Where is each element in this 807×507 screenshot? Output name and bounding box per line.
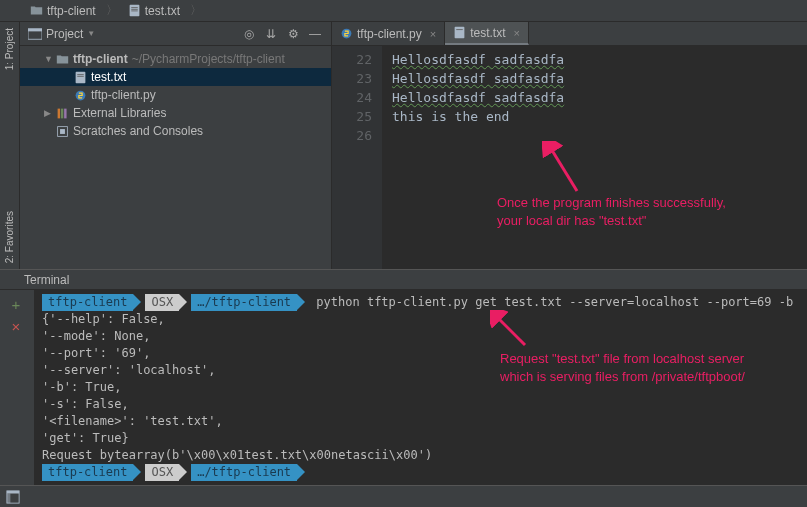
annotation-arrow-icon <box>490 310 530 350</box>
close-session-button[interactable]: × <box>8 318 24 334</box>
arrow-down-icon: ▼ <box>44 54 52 64</box>
tree-file-txt[interactable]: test.txt <box>20 68 331 86</box>
prompt-line: tftp-clientOSX…/tftp-client python tftp-… <box>42 294 799 311</box>
line-number: 23 <box>332 69 382 88</box>
tool-tab-project[interactable]: 1: Project <box>2 22 17 76</box>
terminal-annotation: Request "test.txt" file from localhost s… <box>500 350 760 385</box>
file-py-icon <box>340 27 353 40</box>
terminal-header[interactable]: Terminal <box>0 270 807 290</box>
tool-tab-favorites[interactable]: 2: Favorites <box>2 205 17 269</box>
editor-tabs: tftp-client.py × test.txt × <box>332 22 807 46</box>
code-line: Hellosdfasdf sadfasdfa <box>392 71 564 86</box>
svg-rect-8 <box>77 75 84 76</box>
editor-tab-txt[interactable]: test.txt × <box>445 22 529 45</box>
tree-scratch-label: Scratches and Consoles <box>73 124 203 138</box>
library-icon <box>56 107 69 120</box>
prompt-seg-path: …/tftp-client <box>191 464 297 481</box>
breadcrumb-file[interactable]: test.txt <box>122 2 186 20</box>
code-line: Hellosdfasdf sadfasdfa <box>392 90 564 105</box>
svg-rect-16 <box>455 27 465 38</box>
file-py-icon <box>74 89 87 102</box>
prompt-seg-project: tftp-client <box>42 294 133 311</box>
annotation-arrow-icon <box>542 141 582 196</box>
gear-icon[interactable]: ⚙ <box>285 26 301 42</box>
svg-rect-5 <box>28 28 42 31</box>
new-session-button[interactable]: + <box>8 296 24 312</box>
prompt-seg-project: tftp-client <box>42 464 133 481</box>
project-panel-label: Project <box>46 27 83 41</box>
project-panel-title[interactable]: Project ▼ <box>28 27 95 41</box>
svg-rect-21 <box>7 490 19 493</box>
svg-rect-2 <box>131 9 138 10</box>
line-number: 24 <box>332 88 382 107</box>
terminal-content[interactable]: tftp-clientOSX…/tftp-client python tftp-… <box>34 290 807 485</box>
svg-rect-11 <box>61 108 63 118</box>
tree-root-path: ~/PycharmProjects/tftp-client <box>132 52 285 66</box>
svg-rect-7 <box>77 74 84 75</box>
editor-panel: tftp-client.py × test.txt × 22 23 24 25 … <box>332 22 807 269</box>
editor-annotation: Once the program finishes successfully, … <box>497 194 747 229</box>
editor-tab-py-label: tftp-client.py <box>357 27 422 41</box>
close-icon[interactable]: × <box>513 27 519 39</box>
svg-rect-1 <box>131 7 138 8</box>
left-tool-gutter: 1: Project 2: Favorites <box>0 22 20 269</box>
svg-rect-22 <box>7 493 11 503</box>
hide-icon[interactable]: — <box>307 26 323 42</box>
svg-rect-17 <box>456 29 463 30</box>
breadcrumb-root-label: tftp-client <box>47 4 96 18</box>
chevron-down-icon: ▼ <box>87 29 95 38</box>
svg-rect-14 <box>60 129 65 134</box>
svg-line-19 <box>496 316 525 345</box>
editor-body[interactable]: 22 23 24 25 26 Hellosdfasdf sadfasdfa He… <box>332 46 807 269</box>
file-txt-icon <box>453 26 466 39</box>
terminal-body: + × tftp-clientOSX…/tftp-client python t… <box>0 290 807 485</box>
tree-file-py[interactable]: tftp-client.py <box>20 86 331 104</box>
prompt-line: tftp-clientOSX…/tftp-client <box>42 464 799 481</box>
tree-ext-label: External Libraries <box>73 106 166 120</box>
chevron-right-icon: 〉 <box>106 2 118 19</box>
code-line: Hellosdfasdf sadfasdfa <box>392 52 564 67</box>
tree-root-label: tftp-client <box>73 52 128 66</box>
svg-rect-10 <box>58 108 60 118</box>
terminal-toolbar: + × <box>0 290 34 485</box>
file-txt-icon <box>74 71 87 84</box>
editor-tab-py[interactable]: tftp-client.py × <box>332 22 445 45</box>
code-line: this is the end <box>392 109 509 124</box>
line-number: 25 <box>332 107 382 126</box>
terminal-output: Request bytearray(b'\x00\x01test.txt\x00… <box>42 447 799 464</box>
line-number: 22 <box>332 50 382 69</box>
project-panel-header: Project ▼ ◎ ⇊ ⚙ — <box>20 22 331 46</box>
tree-scratches[interactable]: Scratches and Consoles <box>20 122 331 140</box>
terminal-output: '<filename>': 'test.txt', <box>42 413 799 430</box>
tree-file-txt-label: test.txt <box>91 70 126 84</box>
close-icon[interactable]: × <box>430 28 436 40</box>
status-bar <box>0 485 807 507</box>
window-icon <box>6 490 20 504</box>
breadcrumb-root[interactable]: tftp-client <box>24 2 102 20</box>
project-panel: Project ▼ ◎ ⇊ ⚙ — ▼ tftp-client ~/Pychar… <box>20 22 332 269</box>
terminal-command: python tftp-client.py get test.txt --ser… <box>316 295 793 309</box>
project-tree: ▼ tftp-client ~/PycharmProjects/tftp-cli… <box>20 46 331 269</box>
prompt-seg-os: OSX <box>145 294 179 311</box>
svg-rect-12 <box>64 108 66 118</box>
folder-icon <box>30 4 43 17</box>
file-txt-icon <box>128 4 141 17</box>
line-number: 26 <box>332 126 382 145</box>
folder-icon <box>56 53 69 66</box>
collapse-icon[interactable]: ⇊ <box>263 26 279 42</box>
svg-rect-3 <box>131 11 138 12</box>
project-icon <box>28 27 42 41</box>
terminal-output: '-s': False, <box>42 396 799 413</box>
line-gutter: 22 23 24 25 26 <box>332 46 382 269</box>
terminal-panel: Terminal + × tftp-clientOSX…/tftp-client… <box>0 269 807 485</box>
tree-external-libs[interactable]: ▶ External Libraries <box>20 104 331 122</box>
prompt-seg-os: OSX <box>145 464 179 481</box>
locate-icon[interactable]: ◎ <box>241 26 257 42</box>
code-area[interactable]: Hellosdfasdf sadfasdfa Hellosdfasdf sadf… <box>382 46 807 269</box>
terminal-output: '--mode': None, <box>42 328 799 345</box>
tree-root[interactable]: ▼ tftp-client ~/PycharmProjects/tftp-cli… <box>20 50 331 68</box>
terminal-output: {'--help': False, <box>42 311 799 328</box>
prompt-seg-path: …/tftp-client <box>191 294 297 311</box>
terminal-output: 'get': True} <box>42 430 799 447</box>
tool-window-button[interactable] <box>6 490 20 504</box>
